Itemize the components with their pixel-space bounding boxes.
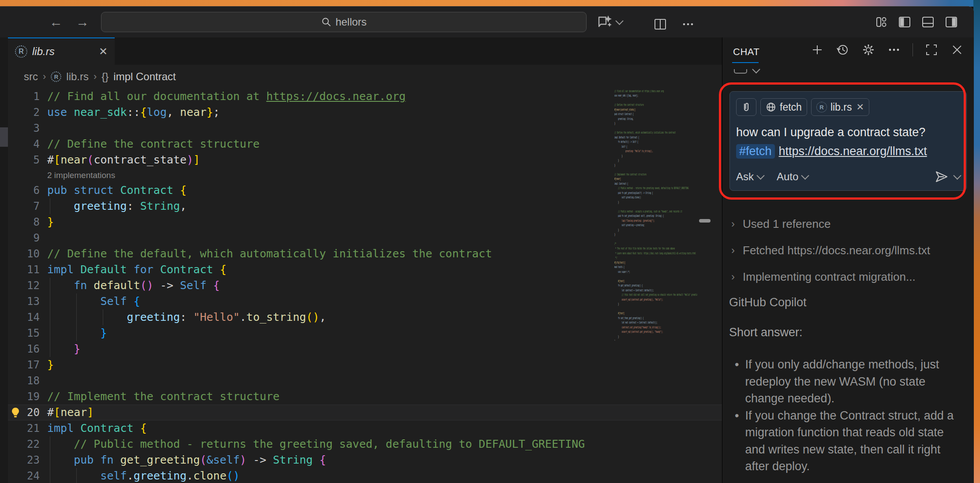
tab-close-icon[interactable]: ✕ (99, 45, 108, 58)
chat-step-2[interactable]: ›Implementing contract migration... (731, 270, 916, 284)
code-text (40, 120, 47, 136)
code-line-12[interactable]: 12 fn default() -> Self { (0, 278, 722, 294)
layout-controls (874, 7, 959, 37)
command-center-search[interactable]: hellors (101, 12, 587, 32)
new-chat-icon[interactable] (810, 43, 824, 57)
indent-guide (50, 294, 50, 309)
clipped-previous-content (734, 69, 747, 74)
code-text: #[near(contract_state)] (40, 152, 200, 168)
title-bar: ← → hellors (0, 7, 974, 37)
code-text: use near_sdk::{log, near}; (40, 104, 220, 120)
code-line-6[interactable]: 6pub struct Contract { (0, 182, 722, 198)
indent-guide (103, 309, 103, 325)
maximize-panel-icon[interactable] (924, 43, 939, 57)
breadcrumb-symbol[interactable]: impl Contract (113, 71, 176, 83)
indent-guide (50, 278, 50, 294)
remove-context-icon[interactable]: ✕ (856, 102, 864, 112)
toggle-secondary-sidebar-icon[interactable] (944, 15, 959, 30)
code-text (40, 373, 47, 389)
indent-guide (76, 309, 77, 325)
model-picker[interactable]: Auto (777, 171, 808, 183)
indent-guide (50, 325, 50, 341)
fetch-command-chip[interactable]: #fetch (736, 144, 775, 159)
toggle-primary-sidebar-icon[interactable] (897, 15, 912, 30)
send-options-chevron-icon[interactable] (953, 171, 961, 179)
code-line-18[interactable]: 18 (0, 373, 722, 389)
code-lines: 1// Find all our documentation at https:… (0, 89, 722, 483)
vscode-window: ← → hellors (0, 6, 974, 483)
code-line-15[interactable]: 15 } (0, 325, 722, 341)
chat-input-box[interactable]: fetchRlib.rs✕ how can I upgrade a contra… (729, 91, 967, 191)
codelens[interactable]: 2 implementations (0, 168, 722, 182)
breadcrumb[interactable]: src › R lib.rs › {} impl Contract (0, 65, 722, 89)
code-line-13[interactable]: 13 Self { (0, 294, 722, 309)
answer-bullet-0: •If you only add/change methods, just re… (735, 356, 955, 407)
code-text: greeting: "Hello".to_string(), (40, 309, 326, 325)
chat-title[interactable]: CHAT (733, 46, 759, 58)
history-icon[interactable] (836, 43, 850, 57)
minimap[interactable]: // Find all our documentation at https:/… (614, 89, 697, 341)
toggle-panel-icon[interactable] (920, 15, 935, 30)
chat-step-0[interactable]: ›Used 1 reference (731, 217, 830, 231)
split-editor-icon[interactable] (652, 16, 668, 32)
code-editor[interactable]: 1// Find all our documentation at https:… (0, 89, 722, 483)
chat-question[interactable]: how can I upgrade a contract state? (736, 126, 960, 139)
indent-guide (50, 468, 50, 483)
copilot-menu-button[interactable] (596, 14, 622, 30)
mode-picker[interactable]: Ask (736, 171, 763, 183)
desktop-wallpaper-right (973, 0, 980, 483)
code-line-5[interactable]: 5#[near(contract_state)] (0, 152, 722, 168)
code-line-8[interactable]: 8} (0, 214, 722, 230)
code-line-21[interactable]: 21impl Contract { (0, 420, 722, 436)
code-text: } (40, 341, 80, 357)
code-line-16[interactable]: 16 } (0, 341, 722, 357)
context-pill-fetch[interactable]: fetch (760, 98, 807, 116)
code-line-17[interactable]: 17} (0, 357, 722, 373)
code-line-9[interactable]: 9 (0, 230, 722, 246)
code-text: // Public method - returns the greeting … (40, 436, 585, 452)
code-line-20[interactable]: 20#[near] (0, 405, 722, 420)
send-icon[interactable] (934, 170, 949, 184)
history-nav: ← → (49, 7, 89, 37)
more-actions-icon[interactable] (681, 17, 696, 32)
customize-layout-icon[interactable] (874, 15, 889, 30)
gear-icon[interactable] (861, 43, 875, 57)
tab-librs[interactable]: R lib.rs ✕ (8, 37, 115, 65)
code-line-11[interactable]: 11impl Default for Contract { (0, 262, 722, 278)
chat-input-toolbar: Ask Auto (736, 170, 960, 184)
code-line-7[interactable]: 7 greeting: String, (0, 198, 722, 214)
chat-fetch-line[interactable]: #fetch https://docs.near.org/llms.txt (736, 144, 960, 159)
indent-guide (76, 468, 77, 483)
main-area: R lib.rs ✕ src › R lib.rs › {} impl Cont… (0, 37, 974, 483)
breadcrumb-src[interactable]: src (24, 71, 38, 83)
forward-icon[interactable]: → (76, 15, 89, 30)
code-line-19[interactable]: 19// Implement the contract structure (0, 389, 722, 405)
chat-answer-bullets: •If you only add/change methods, just re… (735, 356, 955, 475)
chevron-right-icon: › (731, 271, 735, 283)
code-line-4[interactable]: 4// Define the contract structure (0, 136, 722, 152)
code-line-23[interactable]: 23 pub fn get_greeting(&self) -> String … (0, 452, 722, 468)
chevron-down-icon (756, 171, 764, 179)
lightbulb-icon[interactable] (10, 407, 21, 418)
code-line-24[interactable]: 24 self.greeting.clone() (0, 468, 722, 483)
context-pill-attach[interactable] (736, 98, 756, 116)
breadcrumb-file[interactable]: lib.rs (66, 71, 89, 83)
answer-bullet-1: •If you change the Contract struct, add … (735, 407, 955, 475)
chat-step-1[interactable]: ›Fetched https://docs.near.org/llms.txt (731, 244, 930, 257)
code-line-1[interactable]: 1// Find all our documentation at https:… (0, 89, 722, 104)
left-edge-marker (0, 127, 8, 147)
code-line-22[interactable]: 22 // Public method - returns the greeti… (0, 436, 722, 452)
code-text: Self { (40, 294, 140, 309)
code-line-2[interactable]: 2use near_sdk::{log, near}; (0, 104, 722, 120)
indent-guide (50, 341, 50, 357)
fetch-url-link[interactable]: https://docs.near.org/llms.txt (779, 145, 927, 158)
code-text: } (40, 214, 54, 230)
code-line-10[interactable]: 10// Define the default, which automatic… (0, 246, 722, 262)
back-icon[interactable]: ← (49, 15, 63, 30)
close-icon[interactable] (950, 43, 964, 57)
context-pill-lib.rs[interactable]: Rlib.rs✕ (811, 98, 869, 116)
code-line-14[interactable]: 14 greeting: "Hello".to_string(), (0, 309, 722, 325)
code-line-3[interactable]: 3 (0, 120, 722, 136)
code-text: // Define the contract structure (40, 136, 260, 152)
more-actions-icon[interactable] (887, 43, 901, 57)
